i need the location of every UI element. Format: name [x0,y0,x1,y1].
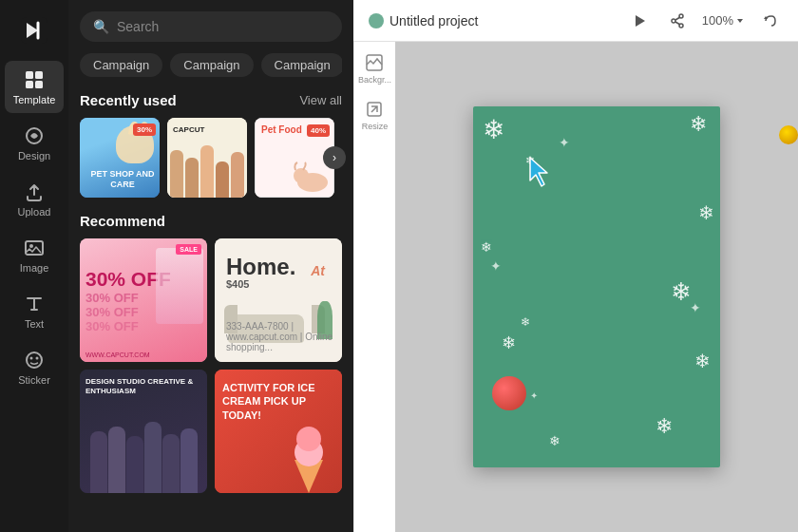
sidebar-item-image[interactable]: Image [5,229,64,281]
svg-point-9 [30,357,33,360]
svg-rect-1 [26,71,33,79]
home-price: $405 [226,278,249,290]
petfood-text: Pet Food [261,124,302,136]
snowflake-5: ❄ [481,239,492,255]
recently-used-header: Recently used View all [80,92,342,108]
project-icon [369,13,384,28]
petfood-badge: 40% [307,124,330,137]
snowflake-1: ❄ [483,114,504,145]
recently-used-row: 30% PET SHOP AND CARE CAPCUT [80,118,342,198]
left-sidebar: Template Design Upload Image [0,0,68,532]
svg-point-10 [36,357,39,360]
svg-point-14 [672,19,675,23]
snowflake-4: ❄ [698,201,714,224]
snowflake-6: ❄ [671,277,692,307]
star-4: ✦ [530,390,538,401]
canvas-topbar: Untitled project 100% [353,0,798,42]
sidebar-item-template-label: Template [13,94,56,105]
background-label: Backgr... [358,75,391,85]
star-2: ✦ [490,258,502,274]
sidebar-item-design-label: Design [18,150,50,162]
chip-0[interactable]: Campaign [80,53,162,77]
template-card-petshop[interactable]: 30% PET SHOP AND CARE [80,118,160,198]
image-icon [23,237,46,259]
background-button[interactable]: Backgr... [358,53,391,85]
template-panel: 🔍 Campaign Campaign Campaign Recently us… [68,0,353,532]
recommend-card-activity[interactable]: ACTIVITY FOR ICE CREAM PICK UP TODAY! [215,370,342,493]
home-text: Home. [226,254,295,280]
zoom-control[interactable]: 100% [702,13,745,28]
recommend-grid: 30% OFF 30% OFF 30% OFF 30% OFF WWW.CAPC… [80,238,342,493]
chips-row: Campaign Campaign Campaign [80,53,342,77]
app-logo [15,11,53,49]
sidebar-item-text[interactable]: Text [5,285,64,337]
resize-button[interactable]: Resize [362,100,389,131]
gold-item [779,125,798,144]
design-icon [23,124,46,147]
star-1: ✦ [559,135,570,150]
project-title: Untitled project [390,13,615,28]
zoom-value: 100% [702,13,733,28]
sale-website: WWW.CAPCUT.COM [86,352,150,358]
activity-text: ACTIVITY FOR ICE CREAM PICK UP TODAY! [222,381,317,422]
svg-rect-3 [26,81,33,88]
play-icon[interactable] [626,8,653,34]
sidebar-item-text-label: Text [25,318,44,330]
sidebar-item-image-label: Image [20,262,49,274]
main-canvas-container: Backgr... Resize ❄ ❄ ❄ ❄ ❄ ❄ ❄ ❄ [353,42,798,532]
svg-point-12 [294,168,309,183]
svg-rect-4 [35,81,43,88]
sidebar-item-upload[interactable]: Upload [5,173,64,225]
snowflake-7: ❄ [502,332,516,353]
template-icon [23,68,46,91]
recommend-card-sale[interactable]: 30% OFF 30% OFF 30% OFF 30% OFF WWW.CAPC… [80,238,207,362]
svg-point-8 [27,352,42,368]
sticker-icon [23,349,46,371]
search-bar[interactable]: 🔍 [80,11,342,42]
template-card-capcut[interactable]: CAPCUT [167,118,247,198]
undo-icon[interactable] [756,8,783,34]
resize-label: Resize [362,122,389,131]
star-3: ✦ [690,300,701,315]
snowflake-2: ❄ [690,112,707,137]
search-icon: 🔍 [93,19,109,34]
recommend-header: Recommend [80,213,342,229]
snowflake-11: ❄ [521,315,530,329]
text-icon [23,293,46,315]
recommend-title: Recommend [80,213,165,229]
petshop-badge: 30% [133,124,156,136]
recently-used-title: Recently used [80,92,177,108]
sidebar-item-sticker-label: Sticker [18,374,50,386]
home-info: 333-AAA-7800 | www.capcut.com | Online s… [226,321,342,352]
christmas-ornament [492,376,526,410]
design-studio-text: DESIGN STUDIO CREATIVE & ENTHUSIASM [86,377,207,397]
canvas-design: ❄ ❄ ❄ ❄ ❄ ❄ ❄ ❄ ❄ ❄ ❄ ✦ ✦ ✦ ✦ [473,106,720,467]
svg-rect-2 [35,71,43,79]
svg-point-7 [29,244,33,248]
recommend-card-group[interactable]: DESIGN STUDIO CREATIVE & ENTHUSIASM [80,370,207,493]
recommend-card-home[interactable]: Home. 333-AAA-7800 | www.capcut.com | On… [215,238,342,362]
snowflake-3: ❄ [525,154,535,167]
snowflake-9: ❄ [656,414,673,439]
sidebar-item-template[interactable]: Template [5,61,64,113]
chip-1[interactable]: Campaign [170,53,253,77]
snowflake-10: ❄ [549,433,560,448]
petshop-text: PET SHOP AND CARE [86,169,160,190]
share-icon[interactable] [664,8,691,34]
sidebar-item-sticker[interactable]: Sticker [5,341,64,393]
chip-2[interactable]: Campaign [261,53,342,77]
capcut-label: CAPCUT [173,125,204,134]
sidebar-item-design[interactable]: Design [5,117,64,169]
sidebar-item-upload-label: Upload [18,206,51,218]
recently-used-next[interactable]: › [323,146,346,169]
snowflake-8: ❄ [694,350,711,372]
canvas-content: ❄ ❄ ❄ ❄ ❄ ❄ ❄ ❄ ❄ ❄ ❄ ✦ ✦ ✦ ✦ [395,42,798,532]
canvas-area: Untitled project 100% Backgr... [353,0,798,532]
search-input[interactable] [117,19,329,34]
right-sidebar: Backgr... Resize [353,42,395,532]
view-all-button[interactable]: View all [299,93,342,107]
upload-icon [23,180,46,203]
